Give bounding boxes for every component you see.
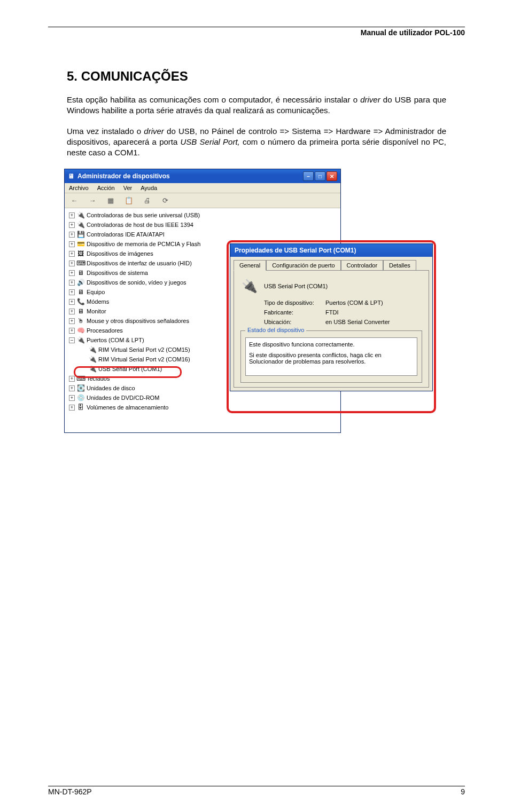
device-icon: 🖥	[76, 269, 85, 277]
footer-rule	[48, 786, 465, 786]
device-icon: 🖥	[76, 307, 85, 316]
tree-label: Dispositivo de memoria de PCMCIA y Flash	[87, 241, 200, 247]
device-icon: 🧠	[76, 326, 85, 335]
highlight-usb-serial-port	[74, 366, 182, 378]
close-button[interactable]: ✕	[327, 171, 337, 181]
port-icon: 🔌	[76, 336, 85, 344]
device-icon: 🗄	[76, 403, 85, 412]
tree-label: Dispositivos de sistema	[87, 270, 148, 276]
minimize-button[interactable]: –	[303, 171, 314, 181]
print-icon[interactable]: 🖨	[142, 195, 152, 206]
device-icon: 🔌	[76, 211, 85, 219]
port-icon: 🔌	[88, 345, 97, 354]
tab-general[interactable]: General	[234, 260, 266, 271]
tree-label: Monitor	[87, 308, 106, 314]
dm-toolbar: ← → ▦ 📋 🖨 ⟳	[65, 193, 340, 208]
tree-label: Unidades de DVD/CD-ROM	[87, 395, 159, 401]
tree-label: Puertos (COM & LPT)	[87, 337, 144, 343]
menu-ayuda[interactable]: Ayuda	[141, 185, 157, 191]
expand-icon[interactable]: +	[69, 309, 75, 314]
tree-item[interactable]: +🔌Controladoras de host de bus IEEE 1394	[66, 220, 339, 230]
menu-ver[interactable]: Ver	[123, 185, 133, 191]
p2-driver: driver	[144, 127, 164, 136]
device-icon: 💽	[76, 384, 85, 392]
p2-text-a: Uma vez instalado o	[67, 127, 144, 136]
device-icon: 🔌	[76, 220, 85, 229]
dm-titlebar: 🖥 Administrador de dispositivos – □ ✕	[65, 169, 340, 183]
expand-icon[interactable]: +	[69, 280, 75, 286]
expand-icon[interactable]: +	[69, 212, 75, 218]
tree-item[interactable]: +🔌Controladoras de bus serie universal (…	[66, 210, 339, 220]
menu-archivo[interactable]: Archivo	[69, 185, 89, 191]
tree-label: Volúmenes de almacenamiento	[87, 404, 168, 411]
tree-label: Procesadores	[87, 327, 123, 334]
tree-label: Dispositivos de sonido, vídeo y juegos	[87, 279, 186, 286]
p1-text-a: Esta opção habilita as comunicações com …	[67, 95, 360, 104]
device-icon: 🖱	[76, 317, 85, 325]
p2-usb: USB Serial Port,	[181, 137, 240, 146]
maximize-button[interactable]: □	[315, 171, 325, 181]
device-icon: 🖼	[76, 249, 85, 258]
expand-icon[interactable]: +	[69, 289, 75, 295]
expand-icon[interactable]: +	[69, 328, 75, 334]
tree-label: Mouse y otros dispositivos señaladores	[87, 318, 189, 324]
properties-icon[interactable]: 📋	[123, 195, 134, 206]
expand-icon[interactable]: +	[69, 241, 75, 247]
tree-label: Controladoras de bus serie universal (US…	[87, 212, 200, 218]
expand-icon[interactable]: +	[69, 251, 75, 257]
expand-icon[interactable]: +	[69, 385, 75, 391]
tree-label: Controladoras de host de bus IEEE 1394	[87, 222, 193, 228]
device-icon: 📞	[76, 297, 85, 306]
collapse-icon[interactable]: –	[69, 337, 75, 343]
device-icon: 💿	[76, 393, 85, 402]
tree-label: Dispositivos de imágenes	[87, 250, 153, 257]
dm-menubar: Archivo Acción Ver Ayuda	[65, 183, 340, 193]
footer-page-number: 9	[461, 787, 465, 796]
section-title: 5. COMUNICAÇÕES	[67, 69, 465, 84]
back-icon[interactable]: ←	[69, 195, 80, 206]
expand-icon[interactable]: +	[69, 222, 75, 228]
dm-app-icon: 🖥	[68, 172, 74, 180]
tree-label: Controladoras IDE ATA/ATAPI	[87, 231, 165, 238]
paragraph-2: Uma vez instalado o driver do USB, no Pá…	[67, 126, 446, 159]
device-icon: 🖥	[76, 288, 85, 296]
paragraph-1: Esta opção habilita as comunicações com …	[67, 94, 446, 116]
expand-icon[interactable]: +	[69, 261, 75, 266]
expand-icon[interactable]: +	[69, 232, 75, 238]
screenshot-composite: 🖥 Administrador de dispositivos – □ ✕ Ar…	[64, 169, 449, 446]
tree-view-icon[interactable]: ▦	[105, 195, 116, 206]
expand-icon[interactable]: +	[69, 299, 75, 305]
p1-driver: driver	[360, 95, 380, 104]
port-icon: 🔌	[88, 355, 97, 364]
header-rule	[48, 27, 465, 27]
tree-label: Módems	[87, 298, 109, 305]
footer-doc-id: MN-DT-962P	[48, 787, 92, 796]
device-icon: 💾	[76, 230, 85, 239]
tree-label: RIM Virtual Serial Port v2 (COM15)	[98, 346, 190, 353]
tree-label: Dispositivos de interfaz de usuario (HID…	[87, 260, 192, 266]
device-icon: 🔊	[76, 278, 85, 287]
tree-label: Unidades de disco	[87, 385, 135, 391]
expand-icon[interactable]: +	[69, 395, 75, 401]
device-icon: 💳	[76, 240, 85, 248]
expand-icon[interactable]: +	[69, 376, 75, 382]
tree-item[interactable]: +💾Controladoras IDE ATA/ATAPI	[66, 230, 339, 239]
expand-icon[interactable]: +	[69, 270, 75, 276]
menu-accion[interactable]: Acción	[97, 185, 115, 191]
header-title: Manual de utilizador POL-100	[48, 28, 465, 37]
expand-icon[interactable]: +	[69, 318, 75, 324]
dm-title: Administrador de dispositivos	[77, 172, 170, 180]
forward-icon[interactable]: →	[87, 195, 98, 206]
tree-label: RIM Virtual Serial Port v2 (COM16)	[98, 356, 190, 362]
device-icon: ⌨	[76, 259, 85, 267]
footer: MN-DT-962P 9	[48, 786, 465, 796]
expand-icon[interactable]: +	[69, 405, 75, 411]
tree-label: Equipo	[87, 289, 105, 295]
refresh-icon[interactable]: ⟳	[160, 195, 170, 206]
